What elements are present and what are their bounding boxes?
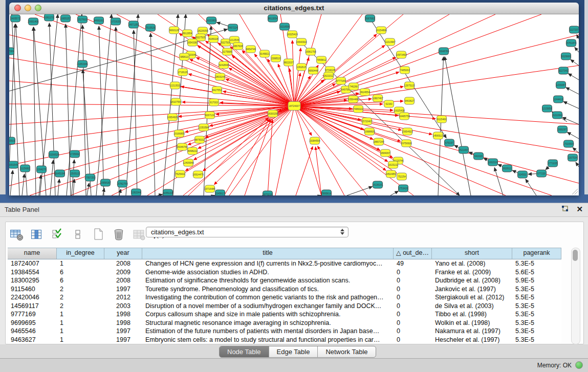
node-label: 863912 xyxy=(503,167,511,170)
tab-edge-table[interactable]: Edge Table xyxy=(269,346,318,357)
node-label: 20564486 xyxy=(347,98,359,101)
table-row[interactable]: 1938455462009Genome-wide association stu… xyxy=(8,268,561,277)
cell: Jankovic et al. (1997) xyxy=(432,285,512,294)
node-label: 1215958 xyxy=(542,107,552,110)
float-panel-icon[interactable] xyxy=(561,205,569,213)
column-header-year[interactable]: year xyxy=(104,248,142,259)
cell: 2 xyxy=(57,293,104,302)
cell: 5.3E-5 xyxy=(512,310,561,319)
desktop-right-margin xyxy=(584,0,588,194)
cell: 14569117 xyxy=(8,302,57,311)
network-canvas[interactable]: 2405572206914061061170106552571527602846… xyxy=(9,14,579,195)
citation-edge-red xyxy=(294,106,552,195)
node-label: 20691406 xyxy=(28,20,39,23)
node-label: 1244413 xyxy=(554,98,563,101)
node-label: 2867608 xyxy=(233,45,243,48)
node-label: 1621012 xyxy=(324,75,334,77)
citation-edge-red xyxy=(294,106,401,141)
node-label: 7895814 xyxy=(322,192,332,195)
cell: 2 xyxy=(57,285,104,294)
node-label: 1521467 xyxy=(459,149,469,151)
table-row[interactable]: 2242004622012Investigating the contribut… xyxy=(8,293,561,302)
node-label: 8878332 xyxy=(195,139,205,141)
node-label: 21053346 xyxy=(77,63,88,65)
node-label: 19218596 xyxy=(279,26,290,28)
table-row[interactable]: 946362711997Embryonic stem cells: a mode… xyxy=(8,336,561,344)
citation-edge-black xyxy=(72,160,74,195)
column-header-in_degree[interactable]: in_degree xyxy=(57,248,104,259)
scrollbar-thumb[interactable] xyxy=(573,250,578,261)
node-label: 3624554 xyxy=(360,91,370,94)
table-row[interactable]: 946554611997Estimation of the future num… xyxy=(8,327,561,336)
table-chooser-select[interactable]: citations_edges.txt xyxy=(146,227,349,237)
citation-edge-black xyxy=(577,35,579,39)
table-row[interactable]: 1830029562008Estimation of significance … xyxy=(8,276,561,285)
cell: Genome-wide association studies in ADHD. xyxy=(142,268,394,277)
node-label: 15692971 xyxy=(557,128,568,131)
node-label: 18300295 xyxy=(267,113,278,115)
network-window-titlebar[interactable]: citations_edges.txt xyxy=(9,3,579,14)
node-label: 16648784 xyxy=(438,50,449,53)
citation-edge-black xyxy=(526,179,536,195)
memory-ok-indicator xyxy=(575,361,583,369)
node-label: 10654935 xyxy=(167,116,178,119)
node-label: 10973493 xyxy=(396,54,407,56)
cell: 2008 xyxy=(104,259,142,268)
table-settings-button[interactable] xyxy=(9,227,24,242)
node-label: 8813054 xyxy=(268,17,278,20)
select-columns-button[interactable] xyxy=(50,227,65,242)
node-label: 16640910 xyxy=(296,41,307,43)
node-label: 1061170 xyxy=(45,16,54,19)
table-row[interactable]: 1456911722003Disruption of a novel membe… xyxy=(8,302,561,311)
node-label: 1527602 xyxy=(78,18,88,21)
node-label: 677220 xyxy=(537,172,546,175)
new-table-button[interactable] xyxy=(91,227,106,242)
citation-edge-black xyxy=(575,47,579,52)
column-header-name[interactable]: name xyxy=(8,248,57,259)
cell: 0 xyxy=(394,310,432,319)
table-vertical-scrollbar[interactable] xyxy=(571,248,580,344)
node-label: 8912954 xyxy=(183,32,192,35)
cell: Structural magnetic resonance image aver… xyxy=(142,319,394,327)
cell: 1998 xyxy=(104,319,142,327)
node-label: 19756928 xyxy=(401,142,412,145)
table-row[interactable]: 977716911998Corpus callosum shape and si… xyxy=(8,310,561,319)
column-header-title[interactable]: title xyxy=(142,248,394,259)
delete-table-button[interactable] xyxy=(111,227,126,242)
node-label: 1062316 xyxy=(488,161,498,164)
node-label: 1645194 xyxy=(55,172,65,175)
citation-edge-black xyxy=(119,189,121,195)
node-label: 8498222 xyxy=(188,150,198,152)
tab-network-table[interactable]: Network Table xyxy=(318,346,375,357)
cell: 22420046 xyxy=(8,293,57,302)
cell: 18724007 xyxy=(8,259,57,268)
citation-edge-black xyxy=(571,59,579,65)
table-row[interactable]: 969969511998Structural magnetic resonanc… xyxy=(8,319,561,327)
column-header-short[interactable]: short xyxy=(432,248,512,259)
table-chooser-value: citations_edges.txt xyxy=(151,229,204,236)
cell: Yano et al. (2008) xyxy=(432,259,512,268)
cell: 2009 xyxy=(104,268,142,277)
node-label: 679197 xyxy=(445,142,453,144)
column-header-out_degree[interactable]: △ out_de… xyxy=(394,248,432,259)
show-column-button[interactable] xyxy=(29,227,45,242)
cell: 1998 xyxy=(104,310,142,319)
column-header-pagerank[interactable]: pagerank xyxy=(512,248,561,259)
row-options-button[interactable] xyxy=(70,227,85,242)
cell: 5.3E-5 xyxy=(512,319,561,327)
node-label: 9242848 xyxy=(219,64,229,67)
table-row[interactable]: 911546021997Tourette syndrome. Phenomeno… xyxy=(8,285,561,294)
citation-edge-black xyxy=(563,102,579,108)
memory-status-label: Memory: OK xyxy=(537,362,572,369)
node-label: 7857224 xyxy=(228,27,238,29)
cell: 0 xyxy=(394,276,432,285)
tab-node-table[interactable]: Node Table xyxy=(220,346,269,357)
node-label: 1115682 xyxy=(20,167,30,170)
node-label: 1313546 xyxy=(230,39,239,41)
cell: 9463627 xyxy=(8,336,57,344)
window-resize-grip[interactable] xyxy=(572,189,578,194)
table-row[interactable]: 1872400712008Changes of HCN gene express… xyxy=(8,259,561,268)
cell: Dudbridge et al. (2008) xyxy=(432,276,512,285)
citation-edge-red xyxy=(296,146,313,195)
close-panel-icon[interactable]: ✕ xyxy=(576,205,583,213)
